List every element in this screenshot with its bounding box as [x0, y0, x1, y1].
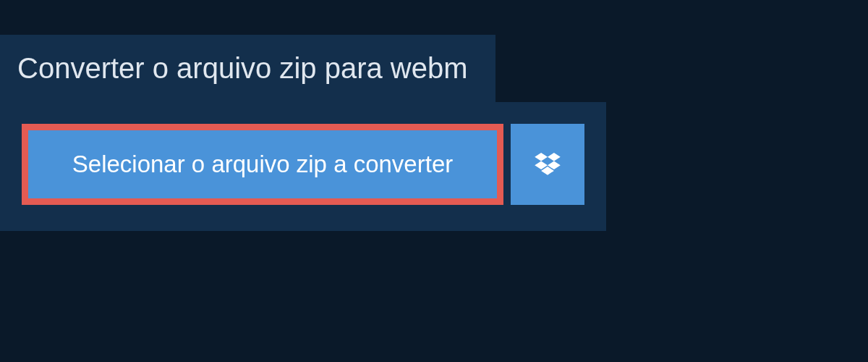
select-file-button[interactable]: Selecionar o arquivo zip a converter	[22, 124, 503, 205]
select-file-label: Selecionar o arquivo zip a converter	[72, 151, 453, 178]
page-title: Converter o arquivo zip para webm	[17, 52, 468, 85]
dropbox-icon	[535, 153, 561, 176]
upload-panel: Selecionar o arquivo zip a converter	[0, 102, 606, 231]
dropbox-button[interactable]	[511, 124, 584, 205]
page-header: Converter o arquivo zip para webm	[0, 35, 495, 102]
